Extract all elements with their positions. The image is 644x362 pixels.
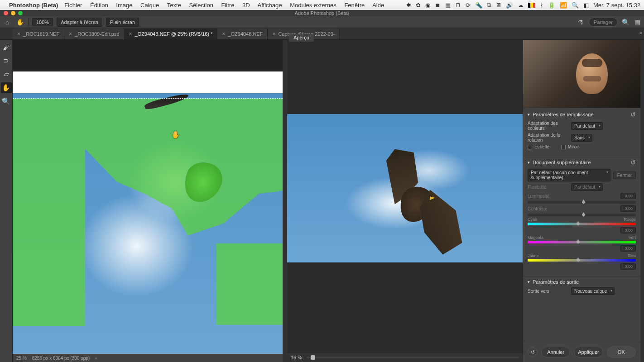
slider-luminosity[interactable] (528, 201, 636, 204)
reset-icon[interactable]: ↺ (630, 159, 636, 166)
slider-yellow-blue[interactable] (528, 259, 636, 262)
section-extra-doc: ▾Document supplémentaire↺ Par défaut (au… (523, 156, 640, 276)
tray-battery-icon[interactable]: 🔋 (548, 2, 555, 9)
menu-fichier[interactable]: Fichier (64, 2, 82, 9)
tray-clock[interactable]: Mer. 7 sept. 15:32 (593, 2, 640, 9)
slider-cyan-red[interactable] (528, 223, 636, 225)
close-icon[interactable]: × (272, 31, 275, 37)
menu-affichage[interactable]: Affichage (258, 2, 282, 9)
status-dims[interactable]: 8256 px x 6004 px (300 ppp) (32, 356, 90, 361)
menu-filtre[interactable]: Filtre (221, 2, 235, 9)
tray-control-icon[interactable]: ◧ (583, 2, 589, 9)
tray-icon[interactable]: ✿ (416, 2, 421, 9)
workspace-icon[interactable]: ▦ (633, 18, 641, 26)
menu-fenetre[interactable]: Fenêtre (344, 2, 365, 9)
color-adapt-dropdown[interactable]: Par défaut (571, 122, 603, 130)
search-icon[interactable]: 🔍 (621, 18, 630, 26)
rot-adapt-dropdown[interactable]: Sans (571, 134, 592, 142)
tray-wifi-icon[interactable]: 📶 (560, 2, 567, 9)
window-zoom-button[interactable] (18, 11, 23, 15)
tray-icon[interactable]: ◉ (425, 2, 430, 9)
home-icon[interactable]: ⌂ (3, 18, 12, 27)
tray-icon[interactable]: ✱ (406, 2, 411, 9)
menu-calque[interactable]: Calque (140, 2, 159, 9)
tray-search-icon[interactable]: 🔍 (572, 2, 579, 9)
full-screen-button[interactable]: Plein écran (106, 18, 139, 27)
checkbox-label: Échelle (534, 144, 549, 149)
beaker-icon[interactable]: ⚗ (577, 18, 585, 26)
mac-menubar: Photoshop (Beta) Fichier Édition Image C… (0, 0, 644, 10)
tray-icon[interactable]: ⧉ (487, 1, 491, 9)
preview-tab[interactable]: Aperçu (289, 33, 314, 42)
tray-icon[interactable]: 🖥 (495, 2, 501, 9)
menu-edition[interactable]: Édition (90, 2, 108, 9)
tray-icon[interactable]: ▦ (445, 2, 451, 9)
preview-zoom[interactable]: 16 % (291, 355, 302, 360)
window-minimize-button[interactable] (11, 11, 15, 15)
share-button[interactable]: Partager (589, 18, 618, 27)
output-dropdown[interactable]: Nouveau calque (571, 287, 615, 295)
flex-dropdown: Par défaut (571, 183, 603, 191)
zoom-tool-icon[interactable]: 🔍 (1, 96, 12, 107)
reset-all-icon[interactable]: ↺ (528, 347, 538, 357)
chevron-down-icon[interactable]: ▾ (528, 280, 530, 284)
close-icon[interactable]: × (17, 31, 20, 37)
close-icon[interactable]: × (129, 31, 132, 37)
chevron-down-icon[interactable]: ▾ (528, 160, 530, 165)
tray-icon[interactable]: ⟳ (466, 2, 471, 9)
menu-texte[interactable]: Texte (167, 2, 181, 9)
tray-bluetooth-icon[interactable]: ᚼ (540, 2, 543, 9)
tray-icon[interactable]: ⏺ (435, 2, 441, 9)
fit-screen-button[interactable]: Adapter à l'écran (57, 18, 102, 27)
label-vert: Vert (629, 235, 636, 240)
tab-overflow-icon[interactable]: » (639, 30, 642, 35)
apply-button[interactable]: Appliquer (574, 347, 603, 357)
app-name[interactable]: Photoshop (Beta) (9, 2, 58, 9)
window-chrome (0, 10, 644, 16)
document-tab[interactable]: ×_ROC1819.NEF (13, 29, 64, 39)
menu-3d[interactable]: 3D (242, 2, 250, 9)
lasso-tool-icon[interactable]: ⊃ (1, 55, 12, 66)
preview-canvas[interactable]: Aperçu 16 % (287, 40, 523, 362)
hand-tool-icon[interactable]: ✋ (1, 82, 12, 93)
status-zoom[interactable]: 25 % (16, 356, 27, 361)
window-close-button[interactable] (4, 11, 8, 15)
menu-selection[interactable]: Sélection (189, 2, 213, 9)
ok-button[interactable]: OK (607, 347, 636, 357)
close-icon[interactable]: × (69, 31, 72, 37)
checkbox-scale[interactable]: Échelle (528, 144, 549, 149)
brush-tool-icon[interactable]: 🖌 (1, 42, 12, 52)
options-bar: ⌂ ✋ 100% Adapter à l'écran Plein écran ⚗… (0, 16, 644, 28)
fill-panel: ▾Paramètres de remplissage↺ Adaptation d… (523, 40, 640, 362)
tray-icon[interactable]: 🗒 (455, 2, 461, 9)
preview-zoom-slider[interactable] (307, 357, 519, 358)
slider-contrast[interactable] (528, 214, 636, 216)
slider-magenta-green[interactable] (528, 241, 636, 243)
menu-aide[interactable]: Aide (372, 2, 384, 9)
zoom-input[interactable]: 100% (32, 18, 53, 26)
checkbox-mirror[interactable]: Miroir (561, 144, 579, 149)
close-icon[interactable]: × (222, 31, 225, 37)
document-tab[interactable]: ×_OZ94048.NEF (217, 29, 268, 39)
chevron-down-icon[interactable]: ▾ (528, 112, 530, 117)
extra-doc-dropdown[interactable]: Par défaut (aucun document supplémentair… (528, 169, 610, 181)
cancel-button[interactable]: Annuler (541, 347, 570, 357)
tray-volume-icon[interactable]: 🔊 (506, 2, 513, 9)
source-canvas[interactable]: ✋ 25 % 8256 px x 6004 px (300 ppp) › (13, 40, 283, 362)
value-yellow-blue: 0,00 (620, 263, 636, 270)
document-tab-active[interactable]: ×_OZ94043.NEF @ 25% (RVB/16) * (125, 29, 218, 39)
value-cyan-red: 0,00 (620, 227, 636, 233)
status-chevron-icon[interactable]: › (95, 356, 96, 361)
document-tab[interactable]: ×_ROC1809-Edit.psd (64, 29, 124, 39)
close-doc-button[interactable]: Fermer (613, 171, 636, 179)
menu-image[interactable]: Image (116, 2, 132, 9)
section-title: Paramètres de sortie (533, 279, 579, 285)
reset-icon[interactable]: ↺ (630, 111, 636, 118)
tray-icon[interactable]: ☁ (518, 2, 524, 9)
hand-cursor-icon: ✋ (171, 130, 179, 138)
tray-icon[interactable]: 🔦 (475, 2, 482, 9)
menu-modules[interactable]: Modules externes (290, 2, 336, 9)
tray-flag-icon[interactable] (528, 3, 535, 8)
hand-tool-icon[interactable]: ✋ (15, 18, 24, 27)
polygon-tool-icon[interactable]: ▱ (1, 69, 12, 80)
